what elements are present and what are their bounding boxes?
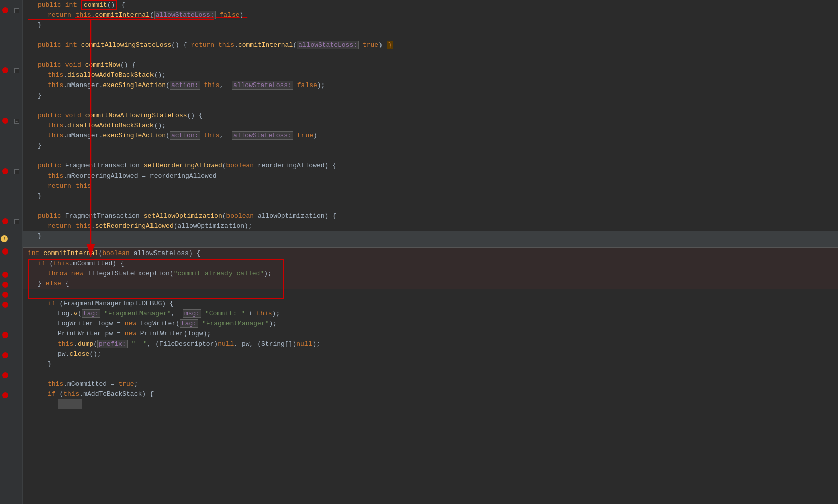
fold-icon-22[interactable]: − (14, 219, 19, 224)
code-line-26: int commitInternal(boolean allowStateLos… (23, 248, 838, 259)
fold-icon-7[interactable]: − (14, 68, 19, 73)
code-line-40: if (this.mAddToBackStack) { (23, 389, 838, 399)
code-line-9: this.mManager.execSingleAction(action: t… (23, 80, 838, 91)
warning-icon: ! (1, 235, 8, 242)
fold-icon-17[interactable]: − (14, 169, 19, 174)
code-line-21 (23, 201, 838, 211)
code-line-23: return this.setReorderingAllowed(allowOp… (23, 221, 838, 231)
breakpoint-12[interactable] (2, 118, 8, 124)
divider-area (23, 241, 838, 248)
code-line-36: pw.close(); (23, 349, 838, 359)
code-line-31: if (FragmentManagerImpl.DEBUG) { (23, 299, 838, 309)
breakpoint-30[interactable] (2, 332, 8, 338)
code-line-1: public int commit() { (23, 0, 838, 10)
code-line-17: public FragmentTransaction setReordering… (23, 161, 838, 171)
code-line-30 (23, 289, 838, 299)
breakpoint-28[interactable] (2, 292, 8, 298)
code-line-24: } (23, 231, 838, 241)
code-line-37: } (23, 359, 838, 369)
code-line-8: this.disallowAddToBackStack(); (23, 70, 838, 80)
editor-container: − − − − − ! (0, 0, 838, 504)
breakpoint-29[interactable] (2, 302, 8, 308)
code-line-14: this.mManager.execSingleAction(action: t… (23, 131, 838, 141)
code-line-3: } (23, 20, 838, 30)
breakpoint-17[interactable] (2, 168, 8, 174)
code-line-15: } (23, 141, 838, 151)
breakpoint-7[interactable] (2, 67, 8, 73)
code-line-12: public void commitNowAllowingStateLoss()… (23, 111, 838, 121)
breakpoint-25[interactable] (2, 248, 8, 255)
code-line-29: } else { (23, 279, 838, 289)
code-line-19: return this (23, 181, 838, 191)
fold-icon-12[interactable]: − (14, 119, 19, 124)
code-line-16 (23, 151, 838, 161)
breakpoint-22[interactable] (2, 218, 8, 224)
code-line-27: if (this.mCommitted) { (23, 259, 838, 269)
code-line-2: return this.commitInternal(allowStateLos… (23, 10, 838, 20)
code-line-11 (23, 101, 838, 111)
breakpoint-32[interactable] (2, 372, 8, 378)
code-line-5: public int commitAllowingStateLoss() { r… (23, 40, 838, 50)
code-line-13: this.disallowAddToBackStack(); (23, 121, 838, 131)
fold-icon-1[interactable]: − (14, 8, 19, 13)
code-line-18: this.mReorderingAllowed = reorderingAllo… (23, 171, 838, 181)
code-line-33: LogWriter logw = new LogWriter(tag: "Fra… (23, 319, 838, 329)
breakpoint-33[interactable] (2, 392, 8, 398)
breakpoint-26[interactable] (2, 272, 8, 278)
code-line-4 (23, 30, 838, 40)
breakpoint-31[interactable] (2, 352, 8, 358)
code-line-39: this.mCommitted = true; (23, 379, 838, 389)
code-line-32: Log.v(tag: "FragmentManager", msg: "Comm… (23, 309, 838, 319)
code-line-34: PrintWriter pw = new PrintWriter(logw); (23, 329, 838, 339)
code-line-22: public FragmentTransaction setAllowOptim… (23, 211, 838, 221)
code-line-7: public void commitNow() { (23, 60, 838, 70)
breakpoint-27[interactable] (2, 282, 8, 288)
breakpoint-1[interactable] (2, 7, 8, 13)
code-line-35: this.dump(prefix: " ", (FileDescriptor)n… (23, 339, 838, 349)
code-line-10: } (23, 91, 838, 101)
code-line-38 (23, 369, 838, 379)
code-line-6 (23, 50, 838, 60)
code-line-28: throw new IllegalStateException("commit … (23, 269, 838, 279)
code-line-20: } (23, 191, 838, 201)
code-line-41 (23, 399, 838, 409)
